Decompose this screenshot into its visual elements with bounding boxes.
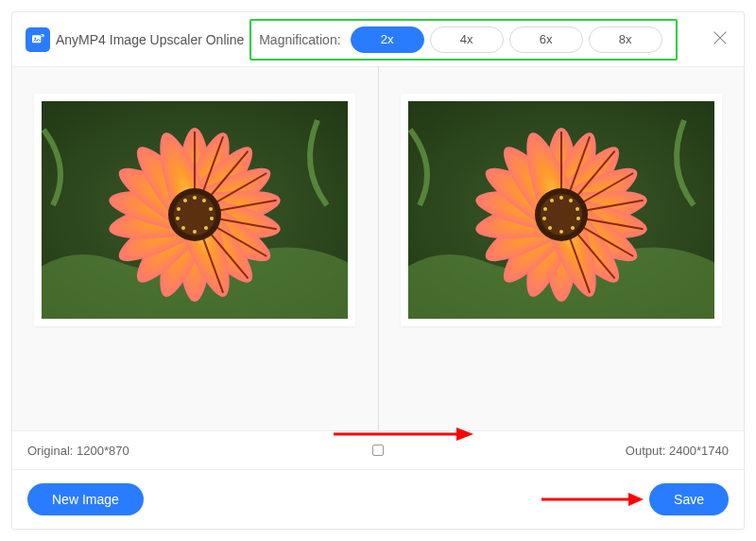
app-title: AnyMP4 Image Upscaler Online (56, 32, 244, 47)
svg-point-22 (174, 194, 215, 236)
svg-point-59 (559, 230, 563, 234)
svg-point-28 (193, 230, 197, 234)
original-pane (12, 67, 378, 430)
svg-point-61 (542, 217, 546, 220)
svg-point-60 (548, 226, 552, 230)
app-window: AnyMP4 Image Upscaler Online Magnificati… (11, 11, 745, 530)
magnification-option-4x[interactable]: 4x (430, 26, 504, 53)
svg-point-31 (177, 207, 180, 211)
magnification-option-6x[interactable]: 6x (509, 26, 583, 53)
svg-point-62 (543, 207, 547, 211)
svg-point-24 (202, 199, 206, 202)
magnification-option-2x[interactable]: 2x (351, 26, 424, 53)
magnification-option-8x[interactable]: 8x (589, 26, 662, 53)
original-dimensions: Original: 1200*870 (27, 444, 129, 458)
dimension-bar: Original: 1200*870 Output: 2400*1740 (12, 430, 744, 470)
original-image (42, 101, 348, 319)
svg-point-26 (210, 217, 214, 220)
svg-point-63 (550, 199, 554, 202)
svg-rect-0 (32, 35, 41, 43)
save-button[interactable]: Save (649, 483, 729, 515)
close-icon[interactable] (710, 27, 730, 48)
app-logo-icon (26, 27, 50, 52)
svg-point-30 (176, 217, 180, 220)
svg-point-56 (576, 207, 579, 211)
output-image-frame (401, 94, 722, 326)
svg-point-54 (559, 196, 563, 200)
compare-slider-handle[interactable] (372, 445, 384, 456)
svg-point-27 (204, 226, 208, 230)
output-pane (379, 67, 745, 430)
output-dimensions: Output: 2400*1740 (626, 444, 729, 458)
preview-area (12, 67, 744, 430)
svg-point-25 (209, 207, 213, 211)
output-image (408, 101, 714, 319)
header-bar: AnyMP4 Image Upscaler Online Magnificati… (12, 12, 744, 67)
svg-point-29 (181, 226, 185, 230)
original-image-frame (34, 94, 355, 326)
svg-point-23 (193, 196, 197, 200)
svg-point-55 (569, 199, 573, 202)
magnification-label: Magnification: (259, 32, 340, 47)
new-image-button[interactable]: New Image (27, 483, 144, 515)
footer-bar: New Image Save (12, 470, 744, 529)
magnification-group: Magnification: 2x 4x 6x 8x (249, 19, 677, 61)
svg-point-32 (183, 199, 187, 202)
svg-point-57 (576, 217, 580, 220)
svg-point-53 (541, 194, 582, 236)
svg-point-58 (571, 226, 575, 230)
